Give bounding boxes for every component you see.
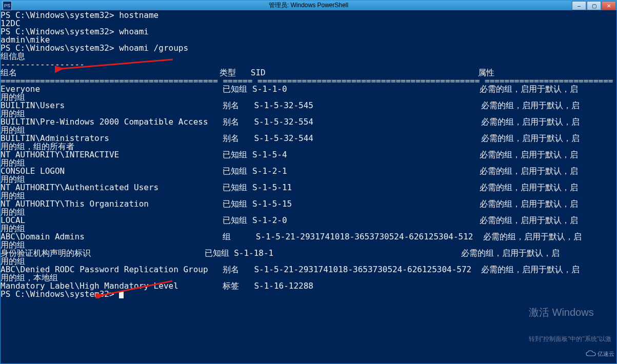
watermark-subtext: 转到"控制面板"中的"系统"以激	[529, 335, 611, 343]
provider-logo: 亿速云	[582, 346, 614, 361]
window-controls: – ▢ ✕	[572, 1, 616, 10]
provider-logo-text: 亿速云	[598, 350, 614, 358]
powershell-icon: PS	[3, 1, 12, 10]
terminal-line: PS C:\Windows\system32> whoami /groups	[1, 44, 616, 52]
terminal-line: ABC\Denied RODC Password Replication Gro…	[1, 266, 616, 274]
terminal-line: LOCAL 已知组 S-1-2-0 必需的组，启用于默认，启	[1, 216, 616, 225]
cursor	[119, 291, 124, 298]
terminal-line: 身份验证机构声明的标识 已知组 S-1-18-1 必需的组，启用于默认，启	[1, 249, 616, 257]
titlebar[interactable]: PS 管理员: Windows PowerShell – ▢ ✕	[1, 1, 616, 10]
terminal-line: BUILTIN\Users 别名 S-1-5-32-545 必需的组，启用于默认…	[1, 102, 616, 110]
watermark-title: 激活 Windows	[529, 306, 611, 318]
terminal-line: NT AUTHORITY\This Organization 已知组 S-1-5…	[1, 200, 616, 208]
maximize-button[interactable]: ▢	[587, 1, 601, 10]
terminal-line: BUILTIN\Administrators 别名 S-1-5-32-544 必…	[1, 134, 616, 143]
terminal-line: PS C:\Windows\system32> hostname	[1, 11, 616, 19]
terminal-line: NT AUTHORITY\INTERACTIVE 已知组 S-1-5-4 必需的…	[1, 151, 616, 159]
window-title: 管理员: Windows PowerShell	[1, 1, 616, 10]
terminal-line: CONSOLE LOGON 已知组 S-1-2-1 必需的组，启用于默认，启	[1, 167, 616, 175]
terminal-line: PS C:\Windows\system32>	[1, 290, 616, 299]
terminal-line: PS C:\Windows\system32> whoami	[1, 28, 616, 36]
powershell-window: PS 管理员: Windows PowerShell – ▢ ✕ PS C:\W…	[0, 0, 617, 364]
terminal-line: NT AUTHORITY\Authenticated Users 已知组 S-1…	[1, 184, 616, 192]
terminal-line: ABC\Domain Admins 组 S-1-5-21-2931741018-…	[1, 233, 616, 241]
terminal-output[interactable]: PS C:\Windows\system32> hostname12DCPS C…	[1, 10, 616, 363]
terminal-line: 组信息	[1, 52, 616, 60]
close-button[interactable]: ✕	[602, 1, 616, 10]
minimize-button[interactable]: –	[572, 1, 586, 10]
terminal-line: Everyone 已知组 S-1-1-0 必需的组，启用于默认，启	[1, 85, 616, 93]
windows-activation-watermark: 激活 Windows 转到"控制面板"中的"系统"以激	[529, 290, 611, 359]
terminal-line: BUILTIN\Pre-Windows 2000 Compatible Acce…	[1, 118, 616, 126]
